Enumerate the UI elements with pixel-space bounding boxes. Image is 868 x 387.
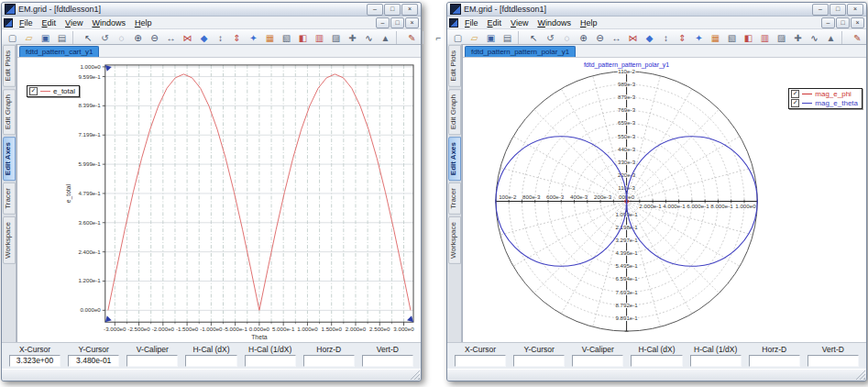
caliper-corner-left-icon[interactable]: ⌐ [431, 30, 446, 46]
export-up-icon[interactable]: ▲ [378, 30, 393, 46]
side-tab-workspace[interactable]: Workspace [3, 216, 16, 264]
new-file-icon[interactable]: ▢ [450, 30, 466, 46]
side-tab-workspace[interactable]: Workspace [448, 216, 461, 264]
menu-item-view[interactable]: View [506, 18, 533, 28]
collapse-horizontal-icon[interactable]: ⋈ [180, 30, 195, 46]
menu-item-windows[interactable]: Windows [533, 18, 576, 28]
zoom-in-icon[interactable]: ⊕ [130, 30, 146, 46]
restore-icon[interactable]: □ [830, 4, 846, 16]
annotate-pen-icon[interactable]: ✎ [404, 30, 420, 46]
legend-checkbox[interactable]: ✓ [29, 87, 38, 95]
caliper-marker-icon[interactable] [407, 315, 413, 322]
open-folder-icon[interactable]: ▱ [467, 30, 482, 46]
close-icon[interactable]: × [401, 4, 418, 16]
menu-item-help[interactable]: Help [130, 18, 157, 28]
new-file-icon[interactable]: ▢ [5, 30, 20, 46]
image-tile-icon[interactable]: ▦ [262, 30, 278, 46]
side-tab-edit-graph[interactable]: Edit Graph [3, 89, 16, 135]
doc-tab[interactable]: fdtd_pattern_pattern_polar_y1 [465, 46, 576, 57]
side-tab-edit-plots[interactable]: Edit Plots [448, 45, 461, 87]
rotate-view-icon[interactable]: ↺ [543, 30, 558, 46]
caliper-marker-icon[interactable] [105, 65, 112, 72]
fit-horizontal-icon[interactable]: ↔ [609, 30, 624, 46]
side-tab-edit-plots[interactable]: Edit Plots [3, 45, 16, 87]
side-tab-edit-axes[interactable]: Edit Axes [448, 137, 461, 181]
readout-column: V-Caliper [126, 345, 178, 367]
collapse-horizontal-icon[interactable]: ⋈ [625, 30, 641, 46]
status-bar [2, 369, 421, 381]
add-trace-icon[interactable]: ✚ [345, 30, 360, 46]
signal-wave-icon[interactable]: ∿ [807, 30, 822, 46]
mdi-close-icon[interactable]: × [851, 17, 864, 28]
pan-vertical-icon[interactable]: ✦ [246, 30, 261, 46]
legend-checkbox[interactable]: ✓ [791, 99, 799, 107]
collapse-vertical-icon[interactable]: ⇕ [229, 30, 245, 46]
close-icon[interactable]: × [847, 4, 863, 16]
expand-vertical-icon[interactable]: ↕ [213, 30, 228, 46]
mdi-minimize-icon[interactable]: – [376, 17, 390, 28]
zoom-out-icon[interactable]: ⊖ [592, 30, 608, 46]
edit-plot-icon[interactable]: ◧ [741, 30, 756, 46]
menu-item-edit[interactable]: Edit [483, 18, 507, 28]
zoom-out-icon[interactable]: ⊖ [147, 30, 162, 46]
signal-wave-icon[interactable]: ∿ [361, 30, 377, 46]
export-up-icon[interactable]: ▲ [823, 30, 839, 46]
pan-horizontal-icon[interactable]: ◆ [642, 30, 657, 46]
readout-value [245, 355, 296, 367]
select-region-icon[interactable]: ◌ [114, 30, 129, 46]
caliper-marker-icon[interactable] [105, 315, 112, 322]
title-bar[interactable]: EM.grid - [fdtdlesson1] – □ × [447, 3, 866, 17]
minimize-icon[interactable]: – [812, 4, 829, 16]
print-icon[interactable]: ▤ [54, 30, 70, 46]
save-icon[interactable]: ▣ [483, 30, 499, 46]
restore-icon[interactable]: □ [384, 4, 401, 16]
legend-checkbox[interactable]: ✓ [791, 90, 799, 98]
menu-item-help[interactable]: Help [576, 18, 602, 28]
mdi-minimize-icon[interactable]: – [821, 17, 835, 28]
edit-frame-icon[interactable]: ▥ [312, 30, 327, 46]
resize-grip[interactable] [410, 370, 420, 380]
minimize-icon[interactable]: – [367, 4, 383, 16]
menu-item-view[interactable]: View [60, 18, 87, 28]
add-trace-icon[interactable]: ✚ [790, 30, 806, 46]
edit-grid-icon[interactable]: ▨ [774, 30, 789, 46]
print-icon[interactable]: ▤ [500, 30, 515, 46]
menu-item-windows[interactable]: Windows [87, 18, 130, 28]
image-tile-icon[interactable]: ▦ [708, 30, 723, 46]
zoom-window-icon[interactable]: ▧ [279, 30, 294, 46]
zoom-in-icon[interactable]: ⊕ [576, 30, 591, 46]
plot-area[interactable]: -3.000e0-2.500e0-2.000e0-1.500e0-1.000e0… [17, 58, 421, 344]
edit-grid-icon[interactable]: ▨ [328, 30, 344, 46]
edit-frame-icon[interactable]: ▥ [757, 30, 773, 46]
select-pointer-icon[interactable]: ↖ [526, 30, 542, 46]
select-region-icon[interactable]: ◌ [559, 30, 575, 46]
mdi-close-icon[interactable]: × [405, 17, 419, 28]
side-tab-tracer[interactable]: Tracer [448, 182, 461, 215]
side-tab-edit-graph[interactable]: Edit Graph [448, 89, 461, 135]
expand-vertical-icon[interactable]: ↕ [658, 30, 674, 46]
zoom-window-icon[interactable]: ▧ [724, 30, 740, 46]
annotate-pen-icon[interactable]: ✎ [850, 30, 865, 46]
resize-grip[interactable] [855, 370, 865, 380]
readout-column: V-Caliper [572, 345, 623, 367]
rotate-view-icon[interactable]: ↺ [97, 30, 113, 46]
doc-tab[interactable]: fdtd_pattern_cart_y1 [19, 46, 99, 57]
edit-plot-icon[interactable]: ◧ [295, 30, 311, 46]
fit-horizontal-icon[interactable]: ↔ [163, 30, 179, 46]
mdi-restore-icon[interactable]: □ [390, 17, 404, 28]
pan-vertical-icon[interactable]: ✦ [691, 30, 707, 46]
save-icon[interactable]: ▣ [38, 30, 53, 46]
plot-area[interactable]: 110e-3220e-3330e-3440e-3550e-3659e-3769e… [463, 58, 866, 344]
y-tick-label: 8.399e-1 [78, 102, 101, 108]
open-folder-icon[interactable]: ▱ [21, 30, 37, 46]
menu-item-file[interactable]: File [460, 18, 483, 28]
mdi-restore-icon[interactable]: □ [836, 17, 850, 28]
side-tab-edit-axes[interactable]: Edit Axes [3, 137, 16, 181]
side-tab-tracer[interactable]: Tracer [3, 182, 16, 215]
collapse-vertical-icon[interactable]: ⇕ [675, 30, 690, 46]
title-bar[interactable]: EM.grid - [fdtdlesson1] – □ × [2, 3, 421, 17]
select-pointer-icon[interactable]: ↖ [81, 30, 96, 46]
pan-horizontal-icon[interactable]: ◆ [196, 30, 212, 46]
menu-item-file[interactable]: File [15, 18, 38, 28]
menu-item-edit[interactable]: Edit [38, 18, 61, 28]
